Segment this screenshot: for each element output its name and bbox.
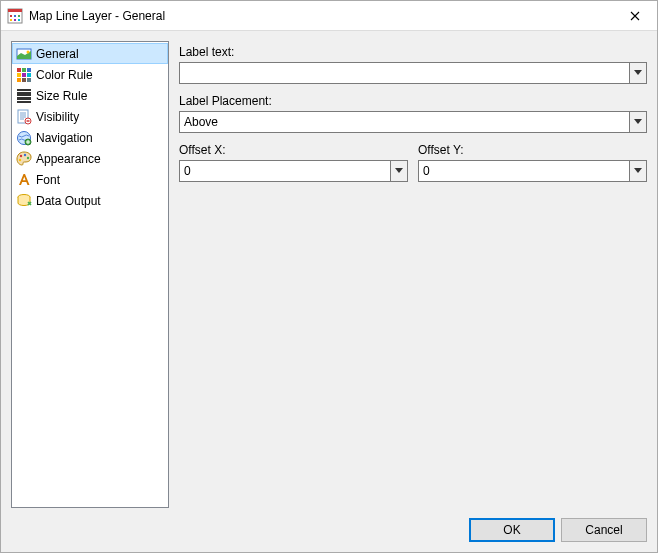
size-rule-icon	[16, 88, 32, 104]
offset-y-drop[interactable]	[629, 161, 646, 181]
svg-rect-21	[17, 92, 31, 96]
cancel-button[interactable]: Cancel	[561, 518, 647, 542]
label-text-input[interactable]	[180, 63, 629, 83]
titlebar: Map Line Layer - General	[1, 1, 657, 31]
appearance-icon	[16, 151, 32, 167]
sidebar-item-appearance[interactable]: Appearance	[12, 148, 168, 169]
sidebar-item-label: Data Output	[36, 194, 101, 208]
svg-rect-20	[17, 97, 31, 100]
svg-rect-18	[27, 78, 31, 82]
svg-rect-16	[17, 78, 21, 82]
general-icon	[16, 46, 32, 62]
sidebar-item-color-rule[interactable]: Color Rule	[12, 64, 168, 85]
svg-rect-2	[10, 15, 12, 17]
svg-rect-15	[27, 73, 31, 77]
offset-x-label: Offset X:	[179, 143, 408, 157]
svg-rect-10	[17, 68, 21, 72]
svg-rect-11	[22, 68, 26, 72]
label-placement-label: Label Placement:	[179, 94, 647, 108]
svg-point-30	[19, 158, 21, 160]
button-row: OK Cancel	[11, 508, 647, 542]
offset-y-combo[interactable]	[418, 160, 647, 182]
svg-rect-1	[8, 9, 22, 12]
window-title: Map Line Layer - General	[29, 9, 165, 23]
main-panel: Label text: Label Placement:	[179, 41, 647, 508]
label-text-label: Label text:	[179, 45, 647, 59]
dialog-window: Map Line Layer - General General Color	[0, 0, 658, 553]
svg-point-27	[20, 154, 22, 156]
label-placement-drop[interactable]	[629, 112, 646, 132]
svg-rect-13	[17, 73, 21, 77]
svg-rect-4	[18, 15, 20, 17]
sidebar-item-label: Visibility	[36, 110, 79, 124]
label-placement-combo[interactable]	[179, 111, 647, 133]
visibility-icon	[16, 109, 32, 125]
ok-button[interactable]: OK	[469, 518, 555, 542]
font-icon	[16, 172, 32, 188]
sidebar-item-data-output[interactable]: Data Output	[12, 190, 168, 211]
ok-button-label: OK	[503, 523, 520, 537]
data-output-icon	[16, 193, 32, 209]
close-button[interactable]	[612, 1, 657, 31]
client-area: General Color Rule Size Rule	[1, 31, 657, 552]
app-icon	[7, 8, 23, 24]
offset-x-input[interactable]	[180, 161, 390, 181]
svg-rect-6	[14, 19, 16, 21]
sidebar-item-navigation[interactable]: Navigation	[12, 127, 168, 148]
color-rule-icon	[16, 67, 32, 83]
svg-point-9	[27, 50, 30, 53]
svg-rect-7	[18, 19, 20, 21]
offset-y-label: Offset Y:	[418, 143, 647, 157]
svg-rect-3	[14, 15, 16, 17]
svg-rect-17	[22, 78, 26, 82]
offset-y-input[interactable]	[419, 161, 629, 181]
sidebar-item-label: Color Rule	[36, 68, 93, 82]
offset-x-drop[interactable]	[390, 161, 407, 181]
cancel-button-label: Cancel	[585, 523, 622, 537]
svg-point-28	[24, 153, 26, 155]
sidebar-item-visibility[interactable]: Visibility	[12, 106, 168, 127]
navigation-icon	[16, 130, 32, 146]
svg-rect-19	[17, 101, 31, 103]
label-placement-input[interactable]	[180, 112, 629, 132]
category-sidebar: General Color Rule Size Rule	[11, 41, 169, 508]
svg-point-29	[27, 156, 29, 158]
svg-rect-14	[22, 73, 26, 77]
label-text-combo[interactable]	[179, 62, 647, 84]
svg-rect-12	[27, 68, 31, 72]
label-text-drop[interactable]	[629, 63, 646, 83]
sidebar-item-size-rule[interactable]: Size Rule	[12, 85, 168, 106]
sidebar-item-label: General	[36, 47, 79, 61]
sidebar-item-font[interactable]: Font	[12, 169, 168, 190]
sidebar-item-label: Navigation	[36, 131, 93, 145]
sidebar-item-label: Font	[36, 173, 60, 187]
svg-rect-5	[10, 19, 12, 21]
offset-x-combo[interactable]	[179, 160, 408, 182]
sidebar-item-general[interactable]: General	[12, 43, 168, 64]
svg-rect-22	[17, 89, 31, 91]
sidebar-item-label: Appearance	[36, 152, 101, 166]
sidebar-item-label: Size Rule	[36, 89, 87, 103]
